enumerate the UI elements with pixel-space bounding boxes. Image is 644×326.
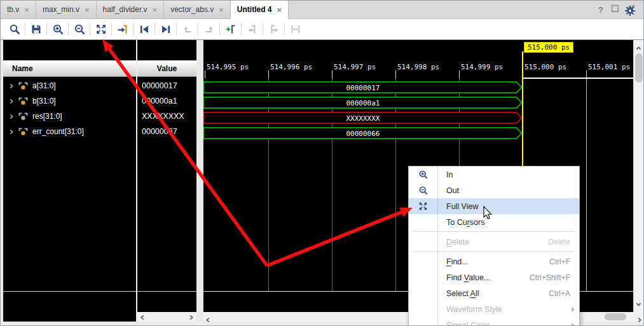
toolbar-separator [219, 23, 220, 36]
value-header-label: Value [157, 64, 177, 73]
submenu-arrow-icon [572, 323, 575, 326]
timeline-tick-mark [205, 71, 205, 78]
bus-waveform-err-count-31-0[interactable]: 00000066 [203, 127, 523, 139]
wave-scrollbar-thumb[interactable] [605, 313, 626, 320]
save-icon [31, 24, 42, 35]
menu-item-label: To Cursors [446, 218, 484, 227]
svg-text:000000a1: 000000a1 [346, 99, 380, 107]
signal-row-err-count-31-0[interactable]: err_count[31:0] [3, 124, 136, 139]
svg-text:XXXXXXXX: XXXXXXXX [346, 114, 380, 123]
tab-untitled-4[interactable]: Untitled 4× [231, 1, 289, 19]
tab-close-icon[interactable]: × [153, 6, 158, 14]
toolbar-zoom-out-button[interactable] [71, 21, 88, 37]
toolbar-next-marker-button[interactable] [265, 21, 282, 37]
bus-signal-icon [18, 82, 28, 90]
bus-waveform-a-31-0[interactable]: 00000017 [203, 81, 523, 93]
help-icon[interactable]: ? [598, 5, 603, 15]
toolbar-separator [284, 23, 285, 36]
expand-chevron-icon[interactable] [8, 98, 14, 104]
menu-item-select-all[interactable]: Select AllCtrl+A [409, 285, 579, 301]
tab-label: Untitled 4 [237, 5, 272, 14]
expand-chevron-icon[interactable] [8, 83, 14, 89]
tab-max-min-v[interactable]: max_min.v× [36, 1, 97, 18]
menu-item-out[interactable]: Out [409, 182, 579, 198]
menu-item-find[interactable]: Find...Ctrl+F [409, 254, 579, 269]
toolbar-previous-marker-button[interactable] [243, 21, 261, 37]
submenu-arrow-icon [572, 307, 575, 312]
toolbar-separator [198, 23, 198, 36]
menu-item-find-value[interactable]: Find Value...Ctrl+Shift+F [409, 269, 579, 285]
tab-vector-abs-v[interactable]: vector_abs.v× [164, 1, 231, 18]
menu-item-label: Select All [446, 289, 479, 298]
zoom-fit-icon [95, 24, 107, 35]
toolbar-add-marker-button[interactable] [222, 21, 239, 37]
scroll-right-icon[interactable] [636, 314, 642, 325]
tab-label: half_divider.v [103, 5, 147, 14]
bus-waveform-res-31-0[interactable]: XXXXXXXX [203, 112, 523, 124]
toolbar-redo-zoom-button[interactable] [200, 21, 217, 37]
gridline [586, 78, 587, 291]
toolbar-separator [176, 23, 177, 36]
bus-signal-icon [18, 97, 28, 105]
timeline-tick-label: 515,001 ps [588, 63, 630, 71]
cursor-time-flag[interactable]: 515,000 ps [524, 42, 573, 53]
toolbar-undo-zoom-button[interactable] [179, 21, 196, 37]
timeline-tick-mark [395, 71, 396, 78]
toolbar-search-button[interactable] [6, 21, 23, 37]
bus-waveform-b-31-0[interactable]: 000000a1 [203, 97, 523, 109]
name-value-horizontal-scrollbar[interactable] [137, 312, 196, 322]
toolbar-separator [46, 23, 47, 36]
toolbar-next-transition-button[interactable] [157, 21, 174, 37]
toolbar-separator [154, 23, 155, 36]
timeline-tick-label: 514,996 ps [270, 63, 312, 71]
signal-name-label: res[31:0] [32, 112, 62, 121]
toolbar-save-button[interactable] [27, 21, 45, 37]
tab-tb-v[interactable]: tb.v× [1, 1, 36, 18]
tab-close-icon[interactable]: × [24, 6, 29, 14]
scroll-down-icon[interactable] [636, 298, 641, 309]
waveform-viewer-window: tb.v×max_min.v×half_divider.v×vector_abs… [0, 0, 644, 326]
gear-icon[interactable] [624, 5, 636, 17]
signal-row-a-31-0[interactable]: a[31:0] [3, 78, 136, 93]
tab-close-icon[interactable]: × [85, 6, 90, 14]
signal-value-b-31-0: 000000a1 [137, 93, 196, 109]
tab-label: tb.v [7, 5, 19, 14]
toolbar-zoom-fit-button[interactable] [92, 21, 109, 37]
expand-chevron-icon[interactable] [8, 114, 14, 119]
toolbar-zoom-in-button[interactable] [49, 21, 66, 37]
name-column-header[interactable]: Name [3, 60, 136, 77]
signal-row-b-31-0[interactable]: b[31:0] [3, 93, 136, 109]
menu-item-label: In [446, 170, 453, 179]
menu-item-in[interactable]: In [409, 166, 579, 182]
panel-splitter[interactable] [196, 40, 203, 322]
name-header-label: Name [12, 64, 33, 73]
tab-half-divider-v[interactable]: half_divider.v× [97, 1, 165, 18]
zoom-out-icon [409, 186, 437, 195]
menu-item-full-view[interactable]: Full View [409, 198, 579, 214]
expand-chevron-icon[interactable] [8, 129, 14, 135]
tab-close-icon[interactable]: × [277, 6, 282, 14]
value-column-header[interactable]: Value [137, 60, 196, 77]
signal-row-res-31-0[interactable]: res[31:0] [3, 109, 136, 124]
svg-text:00000017: 00000017 [346, 84, 380, 92]
toolbar-goto-time-button[interactable] [114, 21, 131, 37]
tab-close-icon[interactable]: × [219, 6, 224, 14]
toolbar-swap-cursors-button[interactable] [287, 21, 304, 37]
vertical-scrollbar-thumb[interactable] [635, 53, 643, 83]
scroll-left-icon[interactable] [205, 314, 211, 325]
signal-name-panel: Name a[31:0]b[31:0]res[31:0]err_count[31… [3, 40, 136, 322]
wave-context-menu: InOutFull ViewTo CursorsDeleteDeleteFind… [408, 166, 580, 326]
signal-value-a-31-0: 00000017 [137, 78, 196, 93]
signal-name-label: a[31:0] [32, 81, 56, 90]
scroll-up-icon[interactable] [636, 43, 641, 54]
bus-signal-icon [18, 128, 28, 136]
toolbar-previous-transition-button[interactable] [135, 21, 153, 37]
menu-item-to-cursors[interactable]: To Cursors [409, 214, 579, 230]
previous-transition-icon [139, 24, 150, 35]
scroll-left-icon[interactable] [140, 311, 146, 323]
timeline-tick-mark [268, 71, 269, 78]
scroll-right-icon[interactable] [188, 311, 194, 323]
maximize-icon[interactable] [611, 4, 619, 15]
vertical-scrollbar[interactable] [633, 40, 644, 312]
tab-bar: tb.v×max_min.v×half_divider.v×vector_abs… [1, 1, 643, 19]
